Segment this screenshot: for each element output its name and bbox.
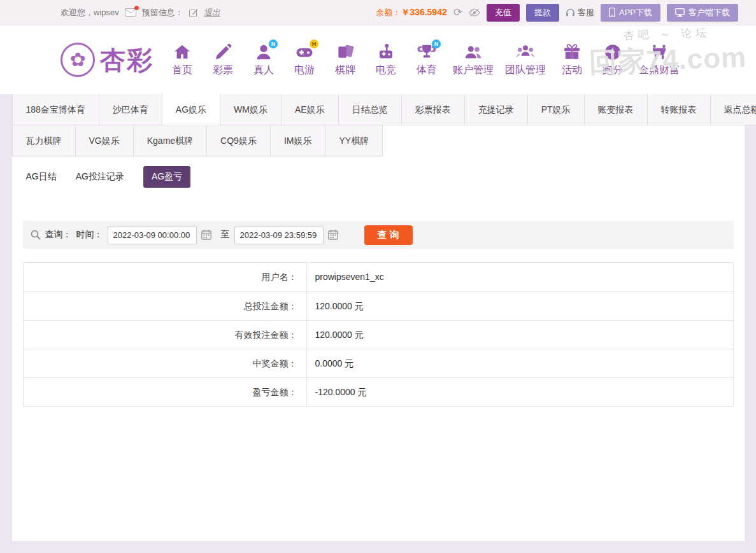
score-icon [603,43,622,62]
nav-label: 跑分 [603,64,623,75]
time-label: 时间： [76,229,103,241]
table-row: 总投注金额： 120.0000 元 [24,291,733,320]
tab-daily-summary[interactable]: 日结总览 [338,94,402,125]
table-row: 盈亏金额： -120.0000 元 [24,377,733,406]
balance: 余额：￥336.5942 [376,7,446,18]
subtab-ag-daily[interactable]: AG日结 [26,166,57,188]
customer-service-label: 客服 [578,7,594,18]
nav-badge: H [310,39,318,48]
tab-im-entertainment[interactable]: IM娱乐 [270,125,326,157]
table-row: 有效投注金额： 120.0000 元 [24,320,733,349]
to-label: 至 [221,229,230,241]
recharge-button[interactable]: 充值 [487,4,520,22]
tab-kgame-cards[interactable]: Kgame棋牌 [133,125,207,157]
nav-label: 首页 [172,64,192,75]
table-row: 中奖金额： 0.0000 元 [24,349,733,377]
calendar-icon-end[interactable] [328,230,338,240]
live-person-icon: N [254,43,273,62]
end-time-input[interactable] [234,226,324,244]
nav-label: 电游 [294,64,315,75]
customer-service-link[interactable]: 客服 [566,7,594,18]
tab-vg-entertainment[interactable]: VG娱乐 [75,125,134,157]
row-label-total-bet: 总投注金额： [24,292,307,320]
edit-icon[interactable] [189,8,198,17]
nav-item-account[interactable]: 账户管理 [453,43,494,77]
nav-label: 棋牌 [335,64,355,75]
subtab-ag-profit-loss[interactable]: AG盈亏 [143,166,190,188]
tab-ae-entertainment[interactable]: AE娱乐 [281,94,339,125]
profit-loss-table: 用户名： prowipseven1_xc 总投注金额： 120.0000 元 有… [23,262,734,407]
withdraw-button[interactable]: 提款 [526,4,559,22]
nav-label: 体育 [417,64,437,75]
tabs-row-2: 瓦力棋牌 VG娱乐 Kgame棋牌 CQ9娱乐 IM娱乐 YY棋牌 [12,125,745,157]
row-value-username: prowipseven1_xc [307,263,384,291]
watermark-top-text: 杏吧 ～ 论坛 [581,24,753,44]
unread-dot [134,6,139,10]
nav-item-sports[interactable]: N 体育 [412,43,441,77]
tab-wm-entertainment[interactable]: WM娱乐 [220,94,282,125]
table-row: 用户名： prowipseven1_xc [24,263,733,291]
home-icon [173,43,192,62]
nav-label: 金鼎财富 [639,64,680,75]
subtabs: AG日结 AG投注记录 AG盈亏 [12,157,745,188]
query-button[interactable]: 查 询 [364,225,413,245]
lottery-icon [213,43,232,62]
tab-rebate-total[interactable]: 返点总额 [710,94,756,125]
query-bar: 查询： 时间： 至 查 询 [23,221,734,249]
tab-account-change-report[interactable]: 账变报表 [584,94,648,125]
tab-transfer-report[interactable]: 转账报表 [647,94,711,125]
tab-188jinbaobo-sports[interactable]: 188金宝博体育 [12,94,99,125]
balance-value: ￥336.5942 [401,7,446,17]
row-value-valid-bet: 120.0000 元 [307,321,364,349]
nav-item-home[interactable]: 首页 [168,43,197,77]
eye-off-icon[interactable] [469,8,480,17]
nav-item-score[interactable]: 跑分 [598,43,627,77]
tab-shaba-sports[interactable]: 沙巴体育 [99,94,162,125]
tab-wali-cards[interactable]: 瓦力棋牌 [12,125,76,157]
monitor-icon [675,8,685,17]
start-time-input[interactable] [108,226,197,244]
nav-item-live[interactable]: N 真人 [249,43,278,77]
topbar: 欢迎您，wipsev 预留信息： 退出 余额：￥336.5942 ⟳ 充值 提款… [0,0,756,25]
nav-label: 活动 [562,64,582,75]
tab-deposit-withdraw-records[interactable]: 充提记录 [464,94,528,125]
brand-name: 杏彩 [100,43,153,78]
headset-icon [566,8,575,17]
app-download-label: APP下载 [619,7,652,18]
mail-icon[interactable] [125,8,136,17]
client-download-button[interactable]: 客户端下载 [667,4,738,22]
app-download-button[interactable]: APP下载 [601,4,660,22]
nav-item-cards[interactable]: 棋牌 [331,43,360,77]
tab-cq9-entertainment[interactable]: CQ9娱乐 [206,125,271,157]
refresh-icon[interactable]: ⟳ [453,7,462,18]
row-value-win-amount: 0.0000 元 [307,349,354,377]
nav-item-promotions[interactable]: 活动 [557,43,587,77]
tab-yy-cards[interactable]: YY棋牌 [325,125,383,157]
wealth-icon [650,43,669,62]
nav-badge: N [432,39,441,48]
calendar-icon-start[interactable] [201,230,211,240]
nav-label: 彩票 [213,64,233,75]
main-nav: 首页 彩票 N 真人 H 电游 棋牌 [168,43,680,77]
brand-logo-icon: ✿ [61,43,95,77]
topbar-left: 欢迎您，wipsev 预留信息： 退出 [61,7,220,18]
topbar-right: 余额：￥336.5942 ⟳ 充值 提款 客服 APP下载 客户端下载 [376,4,738,22]
nav-item-lottery[interactable]: 彩票 [208,43,238,77]
nav-item-wealth[interactable]: 金鼎财富 [639,43,680,77]
sports-icon: N [417,43,436,62]
tab-pt-entertainment[interactable]: PT娱乐 [527,94,585,125]
logout-link[interactable]: 退出 [204,7,220,18]
esports-icon [376,43,396,62]
phone-icon [609,8,615,17]
team-icon [516,43,535,62]
subtab-ag-bet-records[interactable]: AG投注记录 [76,166,124,188]
tabs-row-1: 188金宝博体育 沙巴体育 AG娱乐 WM娱乐 AE娱乐 日结总览 彩票报表 充… [12,94,745,125]
nav-item-team[interactable]: 团队管理 [505,43,546,77]
tab-ag-entertainment[interactable]: AG娱乐 [162,94,220,125]
tab-lottery-report[interactable]: 彩票报表 [401,94,465,125]
row-value-total-bet: 120.0000 元 [307,292,364,320]
nav-item-egame[interactable]: H 电游 [290,43,319,77]
brand-logo[interactable]: ✿ 杏彩 [61,43,153,78]
row-label-win-amount: 中奖金额： [24,349,307,377]
nav-item-esports[interactable]: 电竞 [371,43,401,77]
